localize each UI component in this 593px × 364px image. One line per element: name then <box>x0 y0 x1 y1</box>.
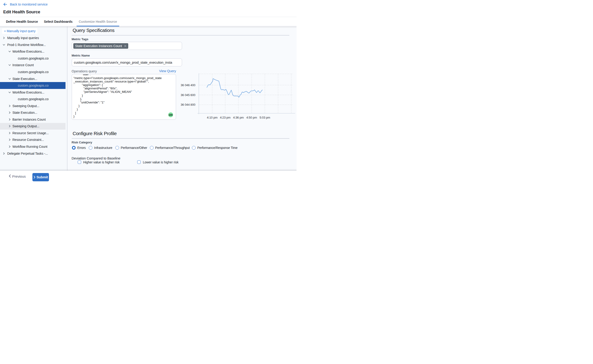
radio-unselected-icon[interactable] <box>192 146 195 150</box>
tab-customize-health-source[interactable]: Customize Health Source <box>77 17 119 26</box>
tree-item[interactable]: custom.googleapis.com <box>0 55 65 62</box>
metric-tag-chip-label: State Execution Instances Count <box>75 44 122 48</box>
tree-item-label: Resource Constraint... <box>13 138 44 142</box>
page-title: Edit Health Source <box>3 9 40 14</box>
tree-item-label: Barrier Instances Count <box>13 118 46 121</box>
checkbox-unchecked-icon[interactable] <box>78 160 81 164</box>
chart-series-line <box>207 78 262 97</box>
previous-button[interactable]: Previous <box>9 173 26 180</box>
tree-item-label: custom.googleapis.com <box>18 97 49 101</box>
radio-option-label: Errors <box>77 146 86 150</box>
radio-option-infrastructure[interactable]: Infrastructure <box>89 146 112 150</box>
tab-define-health-source[interactable]: Define Health Source <box>4 17 40 26</box>
chevron-down-icon[interactable] <box>8 64 11 66</box>
chart-x-tick-label: 5:03 pm <box>260 116 270 119</box>
metric-tags-input[interactable]: State Execution Instances Count <box>72 42 182 50</box>
tree-item[interactable]: Delegate Perpetual Tasks -... <box>0 150 65 157</box>
remove-tag-icon[interactable] <box>124 45 126 47</box>
previous-label: Previous <box>12 174 26 179</box>
tree-item[interactable]: custom.googleapis.com <box>0 68 65 75</box>
checkbox-option-label: Lower value is higher risk <box>143 160 178 164</box>
section-title-configure-risk-profile: Configure Risk Profile <box>73 130 117 137</box>
chevron-right-icon[interactable] <box>8 125 11 127</box>
tree-item[interactable]: Workflow Executions... <box>0 89 65 96</box>
add-query-label: + Manually input query <box>4 29 36 33</box>
metric-name-value: custom.googleapis.com/user/x_mongo_prod_… <box>74 61 172 64</box>
checkbox-option-lower-value-is-higher-risk[interactable]: Lower value is higher risk <box>137 160 179 164</box>
tree-item[interactable]: State Execution... <box>0 109 65 116</box>
tree-item[interactable]: Resource Constraint... <box>0 136 65 143</box>
radio-option-performance-throughput[interactable]: Performance/Throughput <box>150 146 190 150</box>
chevron-right-icon[interactable] <box>3 37 5 39</box>
radio-unselected-icon[interactable] <box>150 146 154 150</box>
chevron-right-icon[interactable] <box>8 132 11 134</box>
operations-query-textarea[interactable]: "filter": "metric.type=\"custom.googleap… <box>72 74 176 120</box>
chart-x-tick-label: 4:10 pm <box>207 116 217 119</box>
tree-item-label: Workflow Executions... <box>13 50 44 53</box>
chevron-right-icon[interactable] <box>8 118 11 121</box>
metric-name-label: Metric Name <box>72 54 90 57</box>
tab-select-dashboards[interactable]: Select Dashboards <box>42 17 75 26</box>
checkbox-option-label: Higher value is higher risk <box>83 160 119 164</box>
back-link[interactable]: Back to monitored service <box>3 2 48 6</box>
chevron-left-icon <box>9 174 11 179</box>
tree-item-label: Delegate Perpetual Tasks -... <box>7 152 48 155</box>
arrow-left-icon <box>3 2 7 6</box>
tree-item-label: Resource Secret Usage... <box>13 131 49 135</box>
chevron-right-icon[interactable] <box>3 152 5 155</box>
chevron-down-icon[interactable] <box>8 78 11 80</box>
radio-option-label: Performance/Response Time <box>197 146 237 150</box>
tree-item-label: State Execution... <box>13 77 37 81</box>
add-query-button[interactable]: + Manually input query <box>2 28 38 34</box>
tree-item[interactable]: Workflow Running Count <box>0 143 65 150</box>
tree-item[interactable]: Manually input queries <box>0 35 65 42</box>
radio-option-label: Performance/Throughput <box>155 146 190 150</box>
chevron-right-icon[interactable] <box>8 105 11 107</box>
radio-option-performance-other[interactable]: Performance/Other <box>115 146 147 150</box>
chevron-down-icon[interactable] <box>8 50 11 53</box>
radio-option-errors[interactable]: Errors <box>72 146 86 150</box>
chart-x-tick-label: 4:50 pm <box>246 116 257 119</box>
radio-unselected-icon[interactable] <box>89 146 92 150</box>
header: Back to monitored service Edit Health So… <box>0 0 297 17</box>
radio-option-performance-response-time[interactable]: Performance/Response Time <box>192 146 238 150</box>
operations-query-label: Operations query <box>72 69 97 73</box>
checkbox-option-higher-value-is-higher-risk[interactable]: Higher value is higher risk <box>78 160 120 164</box>
tree-item[interactable]: Prod-1 Runtime Workflow... <box>0 41 65 48</box>
tree-item-label: custom.googleapis.com <box>18 70 49 74</box>
radio-selected-icon[interactable] <box>72 146 76 150</box>
chevron-down-icon[interactable] <box>8 91 11 93</box>
tree-item-label: Prod-1 Runtime Workflow... <box>7 43 46 47</box>
tree-item-label: Sweeping Output... <box>13 104 39 108</box>
checkbox-unchecked-icon[interactable] <box>137 160 141 164</box>
metric-tag-chip: State Execution Instances Count <box>73 43 128 49</box>
tree-item[interactable]: custom.googleapis.com <box>0 96 65 103</box>
tree-item[interactable]: State Execution... <box>0 75 65 82</box>
chevron-right-icon[interactable] <box>8 145 11 148</box>
chevron-down-icon[interactable] <box>3 44 5 46</box>
query-tree: Manually input queriesProd-1 Runtime Wor… <box>0 35 67 157</box>
chart-x-tick-label: 4:36 pm <box>233 116 244 119</box>
tree-item[interactable]: Sweeping Output... <box>0 103 65 109</box>
tree-item[interactable]: Workflow Executions... <box>0 48 65 55</box>
tree-item[interactable]: Barrier Instances Count <box>0 116 65 123</box>
radio-unselected-icon[interactable] <box>115 146 119 150</box>
chevron-right-icon <box>33 176 35 179</box>
metric-name-input[interactable]: custom.googleapis.com/user/x_mongo_prod_… <box>72 58 182 66</box>
tree-item-label: Workflow Executions... <box>13 91 44 94</box>
chart-y-tick-label: 36 044 800 <box>181 103 195 106</box>
back-link-label: Back to monitored service <box>10 2 48 6</box>
chevron-right-icon[interactable] <box>8 139 11 141</box>
operations-query-text: "filter": "metric.type=\"custom.googleap… <box>73 74 162 118</box>
submit-button[interactable]: Submit <box>33 173 49 181</box>
sidebar: + Manually input query Manually input qu… <box>0 26 67 170</box>
radio-option-label: Performance/Other <box>121 146 147 150</box>
chevron-right-icon[interactable] <box>8 111 11 114</box>
tree-item[interactable]: Instance Count <box>0 62 65 69</box>
tree-item[interactable]: Sweeping Output... <box>0 123 65 130</box>
tree-item[interactable]: Resource Secret Usage... <box>0 130 65 136</box>
tree-item-label: custom.googleapis.com <box>18 57 49 60</box>
tree-item[interactable]: custom.googleapis.com <box>0 82 65 89</box>
main-panel: Query Specifications Metric Tags State E… <box>67 26 297 170</box>
app-window: Back to monitored service Edit Health So… <box>0 0 297 182</box>
